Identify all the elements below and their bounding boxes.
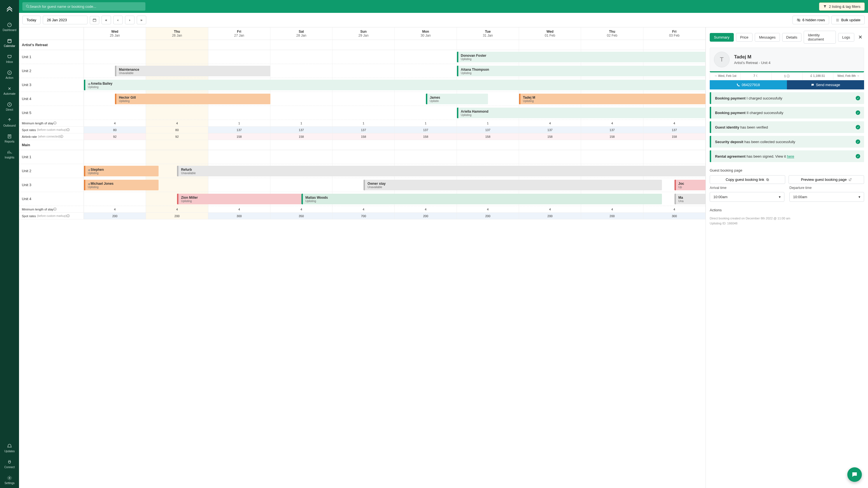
booking[interactable]: Ma Una (675, 194, 706, 204)
cell[interactable]: 300 (208, 213, 271, 219)
cell[interactable]: 200 (457, 213, 519, 219)
cell[interactable] (84, 106, 146, 120)
today-button[interactable]: Today (22, 15, 40, 24)
cell[interactable]: 4 (519, 206, 581, 213)
cell[interactable]: 158 (644, 133, 706, 140)
cell[interactable] (271, 64, 333, 78)
cell[interactable] (644, 40, 706, 50)
cell[interactable]: 200 (146, 213, 208, 219)
cell[interactable] (519, 150, 581, 164)
booking[interactable]: Michael Jones Uplisting (84, 180, 159, 190)
cell[interactable]: 4 (644, 120, 706, 126)
cell[interactable]: 1 (395, 120, 457, 126)
cell[interactable]: 4 (208, 206, 271, 213)
nav-reports[interactable]: Reports (2, 131, 18, 147)
booking[interactable]: Hector Gill Uplisting (115, 94, 271, 104)
cell[interactable]: 4 (395, 206, 457, 213)
cell[interactable] (146, 40, 208, 50)
cell[interactable] (333, 64, 395, 78)
cell[interactable] (146, 106, 208, 120)
cell[interactable]: 4 (581, 206, 643, 213)
cell[interactable] (208, 50, 271, 64)
cell[interactable]: 158 (271, 133, 333, 140)
cell[interactable] (208, 106, 271, 120)
message-button[interactable]: Send message (787, 80, 864, 90)
cell[interactable] (271, 106, 333, 120)
cell[interactable]: 4 (271, 206, 333, 213)
filters-button[interactable]: 2 listing & tag filters (819, 2, 865, 11)
cell[interactable] (271, 150, 333, 164)
nav-inbox[interactable]: Inbox (2, 51, 18, 67)
booking[interactable]: Maintenance Unavailable (115, 66, 271, 76)
cell[interactable]: 200 (84, 213, 146, 219)
booking[interactable]: Zion Miller Uplisting (177, 194, 302, 204)
info-icon[interactable]: ⓘ (60, 134, 63, 139)
date-display[interactable]: 26 Jan 2023 (43, 15, 88, 24)
cell[interactable] (644, 140, 706, 150)
cell[interactable] (208, 140, 271, 150)
booking[interactable]: Ariella Hammond Uplisting (457, 108, 706, 118)
cell[interactable] (333, 140, 395, 150)
booking[interactable]: Stephen Uplisting (84, 166, 159, 176)
booking[interactable]: Tadej M Uplisting (519, 94, 706, 104)
cell[interactable] (644, 150, 706, 164)
nav-outbound[interactable]: Outbound (2, 115, 18, 131)
cell[interactable]: 137 (395, 127, 457, 133)
cell[interactable] (581, 140, 643, 150)
nav-prev-button[interactable]: ‹ (113, 15, 123, 24)
cell[interactable]: 1 (457, 120, 519, 126)
nav-action[interactable]: Action (2, 67, 18, 83)
cell[interactable]: 137 (271, 127, 333, 133)
cell[interactable]: 1 (271, 120, 333, 126)
cell[interactable] (271, 92, 333, 106)
booking[interactable]: Matias Woods Uplisting (302, 194, 662, 204)
cell[interactable] (395, 40, 457, 50)
cell[interactable] (146, 140, 208, 150)
bulk-update-button[interactable]: Bulk update (831, 15, 865, 24)
cell[interactable] (271, 178, 333, 192)
cell[interactable]: 1 (333, 120, 395, 126)
chat-fab[interactable] (847, 467, 862, 482)
cell[interactable]: 200 (395, 213, 457, 219)
tab-messages[interactable]: Messages (755, 33, 780, 42)
cell[interactable]: 4 (457, 206, 519, 213)
cell[interactable] (84, 150, 146, 164)
cell[interactable] (581, 150, 643, 164)
datepicker-button[interactable] (90, 16, 99, 24)
cell[interactable] (333, 50, 395, 64)
cell[interactable]: 158 (395, 133, 457, 140)
nav-next-button[interactable]: › (125, 15, 134, 24)
cell[interactable] (395, 140, 457, 150)
cell[interactable]: 137 (581, 127, 643, 133)
nav-dashboard[interactable]: Dashboard (2, 19, 18, 35)
nav-last-button[interactable]: » (137, 15, 146, 24)
cell[interactable]: 4 (84, 120, 146, 126)
cell[interactable] (208, 178, 271, 192)
booking[interactable]: Aitana Thompson Uplisting (457, 66, 706, 76)
cell[interactable]: 158 (581, 133, 643, 140)
cell[interactable]: 200 (519, 213, 581, 219)
cell[interactable] (581, 40, 643, 50)
cell[interactable] (395, 106, 457, 120)
cell[interactable]: 4 (519, 120, 581, 126)
cell[interactable]: 4 (581, 120, 643, 126)
cell[interactable]: 137 (208, 127, 271, 133)
nav-insights[interactable]: Insights (2, 147, 18, 162)
search-box[interactable] (22, 2, 146, 11)
cell[interactable]: 4 (333, 206, 395, 213)
cell[interactable] (84, 40, 146, 50)
close-panel-button[interactable]: ✕ (857, 33, 864, 41)
cell[interactable]: 4 (644, 206, 706, 213)
nav-connect[interactable]: Connect (3, 456, 16, 472)
cell[interactable] (395, 50, 457, 64)
cell[interactable] (271, 40, 333, 50)
cell[interactable] (457, 40, 519, 50)
search-input[interactable] (30, 4, 142, 9)
cell[interactable]: 4 (146, 120, 208, 126)
booking[interactable]: Refurb Unavailable (177, 166, 706, 176)
cell[interactable] (271, 140, 333, 150)
cell[interactable] (271, 50, 333, 64)
nav-settings[interactable]: Settings (3, 472, 16, 488)
hidden-rows-button[interactable]: 6 hidden rows (793, 15, 829, 24)
cell[interactable] (333, 92, 395, 106)
